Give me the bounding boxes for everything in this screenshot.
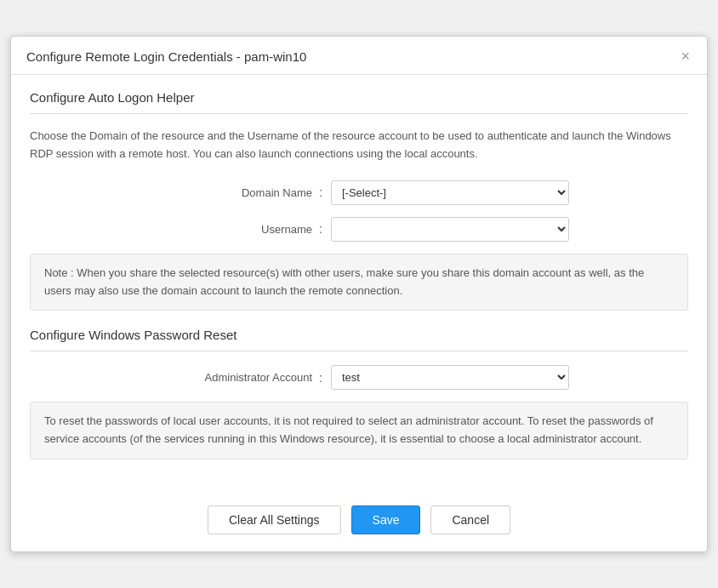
auto-logon-description: Choose the Domain of the resource and th… [30, 128, 688, 163]
domain-name-select[interactable]: [-Select-] [331, 180, 569, 205]
save-button[interactable]: Save [351, 505, 421, 534]
username-select[interactable] [331, 217, 569, 242]
password-reset-note: To reset the passwords of local user acc… [30, 402, 688, 460]
admin-account-row: Administrator Account : test [30, 365, 688, 390]
dialog-footer: Clear All Settings Save Cancel [11, 492, 707, 551]
dialog-body: Configure Auto Logon Helper Choose the D… [11, 75, 707, 492]
dialog-title: Configure Remote Login Credentials - pam… [26, 49, 306, 64]
dialog: Configure Remote Login Credentials - pam… [10, 36, 708, 552]
close-button[interactable]: × [679, 49, 692, 64]
domain-name-row: Domain Name : [-Select-] [30, 180, 688, 205]
username-label: Username [149, 223, 319, 236]
auto-logon-divider [30, 113, 688, 114]
password-reset-section-title: Configure Windows Password Reset [30, 328, 688, 342]
domain-name-label: Domain Name [149, 186, 319, 199]
admin-account-colon: : [319, 371, 322, 385]
clear-all-button[interactable]: Clear All Settings [208, 505, 341, 534]
cancel-button[interactable]: Cancel [430, 505, 510, 534]
domain-name-colon: : [319, 186, 322, 199]
auto-logon-note: Note : When you share the selected resou… [30, 254, 688, 311]
username-row: Username : [30, 217, 688, 242]
password-reset-divider [30, 351, 688, 351]
auto-logon-section-title: Configure Auto Logon Helper [30, 90, 688, 105]
admin-account-label: Administrator Account [149, 371, 319, 384]
dialog-title-bar: Configure Remote Login Credentials - pam… [11, 37, 707, 75]
username-colon: : [319, 222, 322, 236]
admin-account-select[interactable]: test [331, 365, 569, 390]
